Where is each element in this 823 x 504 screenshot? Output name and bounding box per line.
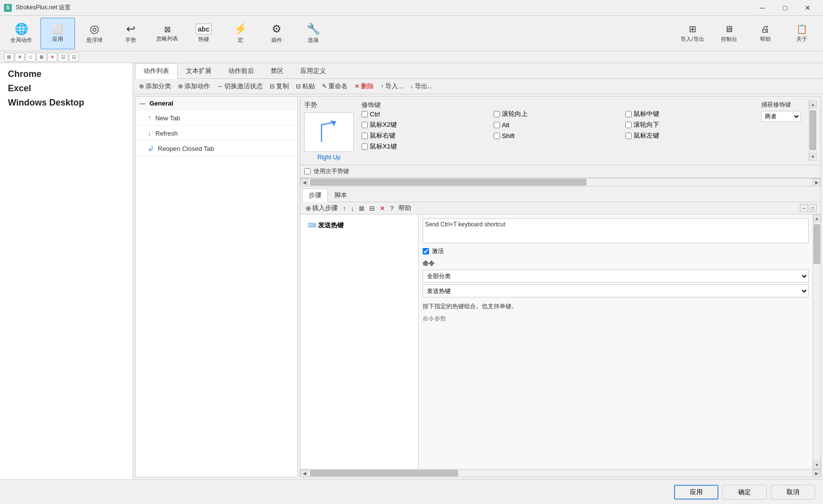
steps-scrollbar-thumb[interactable] <box>814 224 820 264</box>
tab-action-list[interactable]: 动作列表 <box>135 63 178 79</box>
toolbar-item-hotkey[interactable]: abc 热键 <box>186 18 221 49</box>
toolbar-item-about[interactable]: 📋 关于 <box>785 18 819 49</box>
quick-toolbar: ⊞ ✕ □ ⊠ ✕ ☑ ☑ <box>0 51 823 63</box>
steps-tab-script[interactable]: 脚本 <box>328 188 354 202</box>
action-dropdown[interactable]: 发送热键 <box>423 285 809 297</box>
minimize-button[interactable]: ─ <box>751 0 774 16</box>
add-category-button[interactable]: ⊕ 添加分类 <box>137 81 173 92</box>
delete-button[interactable]: ✕ 删除 <box>353 81 376 92</box>
quick-btn-4[interactable]: ⊠ <box>36 53 46 62</box>
toolbar-item-gesture[interactable]: ↩ 手势 <box>113 18 148 49</box>
scrollbar-up-btn[interactable]: ▲ <box>809 101 817 108</box>
step-down-button[interactable]: ↓ <box>350 204 356 213</box>
title-bar: S StrokesPlus.net 设置 ─ □ ✕ <box>0 0 823 16</box>
action-toolbar: ⊕ 添加分类 ⊕ 添加动作 ↔ 切换激活状态 ⊟ 复制 ⊟ 粘贴 ✎ 重命名 <box>133 79 823 94</box>
apply-button[interactable]: 应用 <box>674 485 718 500</box>
cancel-button[interactable]: 取消 <box>771 485 815 500</box>
scrollbar-thumb[interactable] <box>810 110 816 150</box>
h-scrollbar-thumb[interactable] <box>310 179 586 185</box>
step-up-button[interactable]: ↑ <box>341 204 348 213</box>
toggle-active-button[interactable]: ↔ 切换激活状态 <box>215 81 265 92</box>
rename-button[interactable]: ✎ 重命名 <box>320 81 350 92</box>
action-item-reopen-closed-tab[interactable]: ↲ Reopen Closed Tab <box>136 141 297 157</box>
h-scroll-right-btn[interactable]: ▶ <box>813 179 821 186</box>
modifier-left-btn-checkbox[interactable] <box>625 133 632 139</box>
step-cut-button[interactable]: ⊠ <box>358 204 366 213</box>
step-item-hotkey[interactable]: ⌨ 发送热键 <box>304 218 414 232</box>
modifier-shift-checkbox[interactable] <box>494 133 500 139</box>
toolbar-item-global[interactable]: 🌐 全局动作 <box>4 18 38 49</box>
activated-checkbox[interactable] <box>423 248 429 254</box>
insert-step-label: 插入步骤 <box>312 204 338 213</box>
toolbar-item-app[interactable]: ⬜ 应用 <box>40 18 75 49</box>
insert-step-button[interactable]: ⊕ 插入步骤 <box>304 203 339 213</box>
modifier-x1-btn-checkbox[interactable] <box>361 144 368 150</box>
toolbar-item-help[interactable]: 🖨 帮助 <box>748 18 783 49</box>
steps-scroll-up-btn[interactable]: ▲ <box>813 215 821 222</box>
quick-btn-1[interactable]: ⊞ <box>4 53 14 62</box>
toolbar-label-app: 应用 <box>52 36 63 43</box>
steps-h-scrollbar-thumb[interactable] <box>310 470 458 476</box>
toolbar-item-options[interactable]: 🔧 选项 <box>296 18 330 49</box>
toolbar-item-macro[interactable]: ⚡ 宏 <box>223 18 257 49</box>
ok-button[interactable]: 确定 <box>722 485 767 500</box>
h-scroll-left-btn[interactable]: ◀ <box>300 179 308 186</box>
action-item-refresh[interactable]: ↓ Refresh <box>136 126 297 141</box>
sidebar-item-chrome[interactable]: Chrome <box>4 67 129 81</box>
category-dropdown[interactable]: 全部分类 <box>423 270 809 283</box>
tab-text-expand[interactable]: 文本扩展 <box>178 63 220 78</box>
steps-minimize-button[interactable]: ─ <box>800 204 808 212</box>
tab-forbidden[interactable]: 禁区 <box>262 63 292 78</box>
quick-btn-7[interactable]: ☑ <box>69 53 79 62</box>
toolbar-item-import-export[interactable]: ⊞ 导入/导出 <box>675 18 710 49</box>
steps-h-scroll-left-btn[interactable]: ◀ <box>300 469 308 477</box>
toolbar-label-hotkey: 热键 <box>198 36 209 43</box>
tab-before-after[interactable]: 动作前后 <box>220 63 262 78</box>
step-delete-button[interactable]: ✕ <box>378 204 387 213</box>
modifier-ctrl-checkbox[interactable] <box>361 111 368 117</box>
modifier-alt-checkbox[interactable] <box>494 122 500 128</box>
steps-h-scroll-right-btn[interactable]: ▶ <box>813 469 821 477</box>
modifier-right-btn-checkbox[interactable] <box>361 133 368 139</box>
quick-btn-2[interactable]: ✕ <box>15 53 25 62</box>
toolbar-item-ignore[interactable]: ⊠ 忽略列表 <box>150 18 184 49</box>
import-button[interactable]: ↑ 导入... <box>379 81 405 92</box>
scrollbar-down-btn[interactable]: ▼ <box>809 153 817 161</box>
quick-btn-5[interactable]: ✕ <box>47 53 57 62</box>
toolbar-item-floating[interactable]: ◎ 悬浮球 <box>77 18 111 49</box>
tab-app-def[interactable]: 应用定义 <box>292 63 334 78</box>
export-button[interactable]: ↓ 导出... <box>408 81 435 92</box>
modifier-middle-btn-checkbox[interactable] <box>625 111 632 117</box>
hotkey-icon: abc <box>196 24 212 35</box>
step-detail-text[interactable]: Send Ctrl+T keyboard shortcut <box>423 218 809 243</box>
steps-maximize-button[interactable]: □ <box>809 204 817 212</box>
modifier-scroll-down-checkbox[interactable] <box>625 122 632 128</box>
toolbar-item-console[interactable]: 🖥 控制台 <box>712 18 746 49</box>
action-item-new-tab[interactable]: ↑ New Tab <box>136 110 297 126</box>
steps-scroll-down-btn[interactable]: ▼ <box>813 461 821 469</box>
step-help-q-button[interactable]: ? <box>389 204 395 213</box>
command-label: 命令 <box>423 259 809 268</box>
toolbar-item-plugin[interactable]: ⚙ 插件 <box>259 18 294 49</box>
quick-btn-6[interactable]: ☑ <box>58 53 68 62</box>
secondary-gesture-checkbox[interactable] <box>304 168 311 175</box>
gesture-link[interactable]: Right Up <box>318 154 341 161</box>
group-toggle-icon[interactable]: — <box>140 100 145 107</box>
plugin-icon: ⚙ <box>272 23 282 36</box>
maximize-button[interactable]: □ <box>774 0 796 16</box>
main-toolbar: 🌐 全局动作 ⬜ 应用 ◎ 悬浮球 ↩ 手势 ⊠ 忽略列表 abc 热键 ⚡ 宏… <box>0 16 823 51</box>
capture-select[interactable]: 两者 仅按下 仅释放 <box>761 111 801 122</box>
modifier-scroll-up-checkbox[interactable] <box>494 111 500 117</box>
modifier-grid: Ctrl 滚轮向上 鼠标中键 <box>361 109 750 151</box>
step-help-button[interactable]: 帮助 <box>397 203 413 213</box>
steps-tab-steps[interactable]: 步骤 <box>302 188 328 202</box>
copy-button[interactable]: ⊟ 复制 <box>268 81 291 92</box>
step-copy-button[interactable]: ⊟ <box>368 204 376 213</box>
close-button[interactable]: ✕ <box>796 0 819 16</box>
quick-btn-3[interactable]: □ <box>26 53 36 62</box>
modifier-x2-btn-checkbox[interactable] <box>361 122 368 128</box>
add-action-button[interactable]: ⊕ 添加动作 <box>176 81 212 92</box>
paste-button[interactable]: ⊟ 粘贴 <box>294 81 317 92</box>
sidebar-item-excel[interactable]: Excel <box>4 81 129 96</box>
sidebar-item-windows-desktop[interactable]: Windows Desktop <box>4 96 129 110</box>
